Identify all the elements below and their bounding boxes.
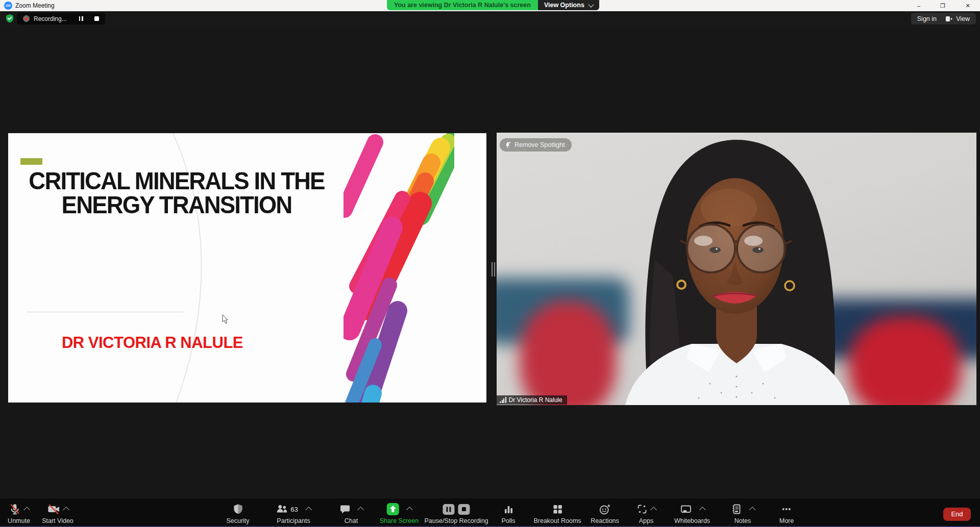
pin-icon — [504, 142, 511, 148]
speaker-video-tile: Remove Spotlight Dr Victoria R Nalule — [497, 133, 976, 405]
pause-recording-toolbar-icon[interactable] — [443, 504, 455, 515]
participants-count: 63 — [290, 506, 298, 513]
minimize-button[interactable]: – — [909, 0, 929, 11]
view-options-button[interactable]: View Options — [538, 0, 599, 10]
shared-screen-slide: CRITICAL MINERALS IN THE ENERGY TRANSITI… — [8, 133, 486, 403]
restore-button[interactable]: ❐ — [933, 0, 953, 11]
whiteboards-options-chevron[interactable] — [699, 507, 706, 513]
unmute-button[interactable]: Unmute — [8, 498, 30, 526]
participant-name: Dr Victoria R Nalule — [509, 396, 562, 404]
shield-icon — [232, 504, 243, 515]
end-meeting-button[interactable]: End — [943, 508, 971, 521]
window-title: Zoom Meeting — [15, 0, 55, 11]
mouse-cursor — [222, 314, 229, 324]
apps-options-chevron[interactable] — [650, 507, 657, 513]
video-options-chevron[interactable] — [63, 507, 69, 513]
remove-spotlight-label: Remove Spotlight — [514, 141, 565, 148]
notes-icon — [731, 504, 742, 515]
mic-off-icon — [9, 503, 21, 515]
slide-presenter-name: DR VICTORIA R NALULE — [8, 334, 297, 352]
meeting-toolbar: Unmute Start Video Security — [0, 498, 980, 527]
viewing-banner: You are viewing Dr Victoria R Nalule's s… — [387, 0, 599, 10]
unmute-label: Unmute — [8, 517, 30, 524]
participants-button[interactable]: 63 Participants — [276, 498, 311, 526]
apps-label: Apps — [639, 517, 654, 524]
polls-icon — [503, 504, 514, 515]
chat-icon — [339, 504, 351, 515]
security-label: Security — [226, 517, 249, 524]
view-label: View — [956, 15, 970, 22]
reactions-label: Reactions — [591, 517, 619, 524]
slide-accent-bar — [20, 158, 42, 165]
security-button[interactable]: Security — [226, 498, 249, 526]
pause-stop-recording-label: Pause/Stop Recording — [424, 517, 488, 524]
breakout-rooms-label: Breakout Rooms — [533, 517, 581, 524]
speaker-portrait — [497, 133, 976, 405]
more-icon — [781, 504, 792, 515]
slide-title: CRITICAL MINERALS IN THE ENERGY TRANSITI… — [14, 169, 339, 217]
participant-nametag: Dr Victoria R Nalule — [497, 395, 567, 405]
share-screen-button[interactable]: Share Screen — [380, 498, 419, 526]
recording-dot-icon — [23, 15, 30, 22]
meeting-header: Recording... Sign in View — [0, 11, 980, 26]
audio-level-icon — [500, 397, 506, 403]
polls-label: Polls — [501, 517, 515, 524]
pause-stop-recording-button[interactable]: Pause/Stop Recording — [424, 498, 488, 526]
panel-resize-handle[interactable] — [492, 262, 495, 277]
chat-options-chevron[interactable] — [357, 507, 364, 513]
reactions-button[interactable]: Reactions — [591, 498, 619, 526]
start-video-button[interactable]: Start Video — [42, 498, 74, 526]
unmute-options-chevron[interactable] — [23, 507, 30, 513]
recording-indicator: Recording... — [17, 13, 105, 24]
share-options-chevron[interactable] — [406, 507, 413, 513]
sign-in-button[interactable]: Sign in — [911, 13, 943, 24]
chat-button[interactable]: Chat — [339, 498, 363, 526]
more-label: More — [779, 517, 794, 524]
start-video-label: Start Video — [42, 517, 74, 524]
slide-divider-line — [27, 312, 184, 312]
notes-button[interactable]: Notes — [731, 498, 755, 526]
remove-spotlight-badge[interactable]: Remove Spotlight — [500, 138, 572, 152]
slide-title-line2: ENERGY TRANSITION — [14, 193, 339, 217]
stop-recording-icon[interactable] — [94, 16, 99, 21]
rainbow-paint-graphic — [344, 133, 454, 403]
notes-options-chevron[interactable] — [749, 507, 756, 513]
share-screen-icon — [386, 503, 400, 516]
viewing-banner-text: You are viewing Dr Victoria R Nalule's s… — [387, 0, 538, 10]
video-off-icon — [47, 503, 60, 515]
encryption-shield-icon — [5, 14, 14, 23]
reactions-icon — [599, 504, 611, 515]
notes-label: Notes — [734, 517, 751, 524]
chat-label: Chat — [345, 517, 358, 524]
view-layout-icon — [945, 16, 952, 22]
polls-button[interactable]: Polls — [501, 498, 515, 526]
whiteboards-icon — [680, 504, 692, 515]
pause-recording-icon[interactable] — [79, 16, 83, 21]
chevron-down-icon — [588, 2, 594, 7]
apps-icon — [636, 504, 648, 515]
participants-icon — [276, 504, 288, 515]
slide-title-line1: CRITICAL MINERALS IN THE — [14, 169, 339, 193]
breakout-rooms-icon — [552, 504, 563, 515]
more-button[interactable]: More — [779, 498, 794, 526]
zoom-meeting-window: zm Zoom Meeting – ❐ ✕ You are viewing Dr… — [0, 0, 980, 527]
sign-in-label: Sign in — [917, 15, 937, 22]
close-button[interactable]: ✕ — [958, 0, 978, 11]
view-button[interactable]: View — [939, 13, 976, 24]
participants-options-chevron[interactable] — [306, 507, 312, 513]
whiteboards-button[interactable]: Whiteboards — [674, 498, 710, 526]
apps-button[interactable]: Apps — [636, 498, 656, 526]
share-screen-label: Share Screen — [380, 517, 419, 524]
stop-recording-toolbar-icon[interactable] — [458, 504, 471, 515]
breakout-rooms-button[interactable]: Breakout Rooms — [533, 498, 581, 526]
zoom-logo-icon: zm — [4, 2, 12, 10]
recording-label: Recording... — [34, 15, 67, 22]
participants-label: Participants — [277, 517, 310, 524]
view-options-label: View Options — [544, 0, 584, 10]
whiteboards-label: Whiteboards — [674, 517, 710, 524]
